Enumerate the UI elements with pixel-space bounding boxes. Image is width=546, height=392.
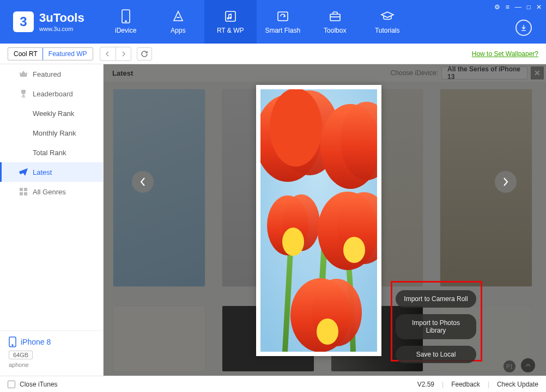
device-icon: [9, 336, 16, 347]
flash-icon: [276, 9, 290, 23]
import-photos-library-button[interactable]: Import to Photos Library: [396, 314, 476, 339]
sidebar-item-latest[interactable]: Latest: [0, 162, 103, 182]
svg-rect-9: [20, 192, 23, 195]
grid-icon: [19, 187, 28, 197]
svg-point-19: [270, 89, 322, 167]
svg-rect-4: [278, 12, 288, 21]
app-title: 3uTools: [39, 11, 84, 24]
toolbox-icon: [328, 9, 342, 23]
svg-rect-3: [226, 11, 235, 21]
graduation-cap-icon: [380, 9, 395, 23]
app-logo-block: 3 3uTools www.3u.com: [0, 0, 95, 44]
nav-label: RT & WP: [217, 27, 244, 34]
toolbar: Cool RT Featured WP How to Set Wallpaper…: [0, 44, 546, 64]
carousel-prev-button[interactable]: [132, 171, 154, 193]
nav-idevice[interactable]: iDevice: [100, 0, 152, 44]
paper-plane-icon: [19, 167, 28, 177]
wallpaper-context-menu: Import to Camera Roll Import to Photos L…: [396, 290, 476, 363]
wallpaper-preview: [256, 85, 381, 356]
sidebar-label: Latest: [33, 168, 52, 176]
sidebar-label: Featured: [33, 70, 61, 78]
close-itunes-label: Close iTunes: [20, 381, 58, 388]
nav-label: Smart Flash: [265, 27, 300, 34]
sidebar: Featured Leaderboard Weekly Rank Monthly…: [0, 64, 104, 376]
sidebar-item-total-rank[interactable]: Total Rank: [0, 143, 103, 162]
feedback-link[interactable]: Feedback: [451, 381, 480, 388]
device-panel: iPhone 8 64GB aphone: [0, 330, 103, 376]
sidebar-label: Monthly Rank: [33, 129, 76, 137]
svg-point-12: [12, 345, 13, 346]
import-camera-roll-button[interactable]: Import to Camera Roll: [396, 290, 476, 308]
device-name[interactable]: iPhone 8: [21, 338, 51, 346]
svg-rect-5: [330, 14, 340, 21]
device-storage: 64GB: [9, 351, 33, 359]
close-icon[interactable]: ✕: [536, 3, 542, 11]
nav-apps[interactable]: Apps: [152, 0, 204, 44]
tab-cool-rt[interactable]: Cool RT: [8, 48, 43, 60]
device-label: aphone: [9, 362, 94, 368]
save-to-local-button[interactable]: Save to Local: [396, 346, 476, 363]
svg-rect-8: [24, 188, 27, 191]
svg-point-24: [343, 237, 365, 263]
minimize-icon[interactable]: —: [515, 3, 521, 11]
nav-tutorials[interactable]: Tutorials: [361, 0, 414, 44]
back-button[interactable]: [100, 47, 116, 60]
wallpaper-preview-image: [260, 89, 377, 352]
close-itunes-checkbox[interactable]: [8, 381, 15, 388]
sidebar-label: Leaderboard: [33, 90, 73, 98]
sidebar-item-leaderboard[interactable]: Leaderboard: [0, 84, 103, 103]
status-bar: Close iTunes V2.59 | Feedback | Check Up…: [0, 376, 546, 392]
svg-point-16: [282, 228, 304, 256]
nav-toolbox[interactable]: Toolbox: [309, 0, 361, 44]
sidebar-item-weekly-rank[interactable]: Weekly Rank: [0, 103, 103, 123]
list-icon[interactable]: ≡: [506, 3, 509, 11]
svg-point-27: [317, 318, 338, 345]
crown-icon: [19, 69, 28, 79]
svg-point-1: [125, 21, 126, 22]
sidebar-label: All Genres: [33, 188, 66, 196]
top-nav: iDevice Apps RT & WP Smart Flash Toolbox: [100, 0, 414, 44]
download-manager-button[interactable]: [515, 20, 532, 36]
window-controls: ⚙ ≡ — □ ✕: [494, 3, 542, 11]
nav-rtwp[interactable]: RT & WP: [204, 0, 257, 44]
version-label: V2.59: [417, 381, 434, 388]
sidebar-item-monthly-rank[interactable]: Monthly Rank: [0, 123, 103, 143]
carousel-next-button[interactable]: [495, 171, 517, 193]
nav-label: Apps: [171, 27, 185, 34]
sidebar-label: Total Rank: [33, 149, 66, 157]
music-note-icon: [223, 9, 238, 23]
sidebar-label: Weekly Rank: [33, 109, 74, 118]
forward-button[interactable]: [116, 47, 131, 60]
history-nav: [100, 47, 131, 61]
app-site: www.3u.com: [39, 26, 84, 32]
refresh-button[interactable]: [137, 47, 152, 60]
sidebar-item-featured[interactable]: Featured: [0, 64, 103, 84]
nav-label: Tutorials: [375, 27, 400, 34]
trophy-icon: [19, 89, 28, 99]
how-to-set-wallpaper-link[interactable]: How to Set Wallpaper?: [472, 50, 538, 58]
svg-rect-7: [20, 188, 23, 191]
tab-featured-wp[interactable]: Featured WP: [43, 47, 93, 60]
maximize-icon[interactable]: □: [527, 3, 531, 11]
sidebar-item-all-genres[interactable]: All Genres: [0, 182, 103, 201]
nav-label: iDevice: [115, 27, 136, 34]
wallpaper-browser: Latest Choose iDevice: All the Series of…: [104, 64, 546, 376]
nav-smartflash[interactable]: Smart Flash: [257, 0, 309, 44]
app-header: 3 3uTools www.3u.com iDevice Apps RT & W…: [0, 0, 546, 44]
nav-label: Toolbox: [324, 27, 346, 34]
tab-segment: Cool RT Featured WP: [8, 47, 93, 60]
check-update-link[interactable]: Check Update: [497, 381, 538, 388]
svg-rect-10: [24, 192, 27, 195]
app-logo-icon: 3: [13, 11, 34, 32]
apps-icon: [171, 9, 185, 23]
settings-icon[interactable]: ⚙: [494, 3, 500, 11]
phone-icon: [119, 9, 133, 23]
